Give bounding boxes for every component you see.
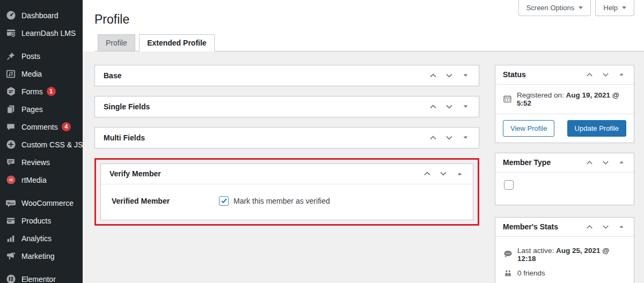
reviews-bubble-icon	[5, 157, 16, 168]
sidebar-item-comments[interactable]: Comments 4	[0, 118, 83, 136]
learndash-icon	[5, 28, 16, 39]
sidebar-item-label: Comments	[21, 123, 58, 131]
toggle-panel-button[interactable]	[458, 100, 472, 114]
sidebar-item-label: Elementor	[21, 275, 56, 283]
chat-bubble-icon	[503, 249, 513, 259]
tab-extended-profile[interactable]: Extended Profile	[139, 34, 214, 51]
move-up-button[interactable]	[426, 100, 440, 114]
panel-verify-member-header[interactable]: Verify Member	[101, 164, 473, 184]
forms-icon	[5, 86, 16, 97]
last-active-row: Last active: Aug 25, 2021 @ 12:18	[503, 243, 626, 266]
megaphone-icon	[5, 251, 16, 262]
panel-member-stats-header[interactable]: Member's Stats	[495, 218, 634, 237]
panel-title: Verify Member	[109, 169, 161, 178]
panel-multi-fields: Multi Fields	[94, 127, 479, 148]
toggle-panel-button[interactable]	[614, 220, 628, 234]
panel-controls	[426, 69, 472, 83]
registered-text: Registered on: Aug 19, 2021 @ 5:52	[517, 91, 626, 107]
sidebar-item-label: Pages	[21, 106, 43, 113]
member-type-body	[495, 173, 634, 205]
chevron-down-icon	[579, 6, 583, 9]
sidebar-item-media[interactable]: Media	[0, 65, 83, 83]
panel-single-fields: Single Fields	[94, 96, 479, 117]
sidebar-item-label: Forms	[21, 88, 43, 95]
dashboard-icon	[5, 10, 16, 21]
sidebar-item-custom-css-js[interactable]: Custom CSS & JS	[0, 136, 83, 153]
sidebar-item-label: Analytics	[21, 235, 52, 242]
sidebar-item-reviews[interactable]: Reviews	[0, 153, 83, 171]
toggle-panel-button[interactable]	[458, 131, 472, 145]
plus-circle-icon	[5, 139, 16, 150]
move-down-button[interactable]	[436, 167, 450, 181]
verified-checkbox-label: Mark this member as verified	[233, 197, 330, 205]
sidebar-item-pages[interactable]: Pages	[0, 100, 83, 118]
wordpress-admin-page: Dashboard LearnDash LMS Posts Media	[0, 0, 644, 283]
sidebar-item-label: Reviews	[21, 159, 50, 166]
friends-icon	[503, 269, 513, 277]
panel-member-type-header[interactable]: Member Type	[495, 153, 634, 173]
move-down-button[interactable]	[442, 131, 456, 145]
sidebar-item-woocommerce[interactable]: Woo WooCommerce	[0, 194, 83, 212]
panel-controls	[582, 155, 628, 169]
move-up-button[interactable]	[426, 131, 440, 145]
panel-base-header[interactable]: Base	[95, 65, 479, 86]
sidebar-item-label: rtMedia	[21, 176, 47, 184]
sidebar-item-analytics[interactable]: Analytics	[0, 229, 83, 247]
body-area: Base Single Fields	[83, 51, 644, 283]
sidebar-item-learndash[interactable]: LearnDash LMS	[0, 24, 83, 42]
verified-checkbox-wrap: Mark this member as verified	[219, 196, 330, 206]
move-up-button[interactable]	[582, 220, 596, 234]
toggle-panel-button[interactable]	[458, 69, 472, 83]
svg-text:Woo: Woo	[8, 201, 14, 204]
sidebar-item-rtmedia[interactable]: rt rtMedia	[0, 171, 83, 189]
toggle-panel-button[interactable]	[614, 155, 628, 169]
sidebar-item-dashboard[interactable]: Dashboard	[0, 6, 83, 24]
help-button[interactable]: Help	[595, 0, 634, 16]
chevron-down-icon	[622, 6, 626, 9]
last-active-text: Last active: Aug 25, 2021 @ 12:18	[517, 247, 626, 263]
update-profile-button[interactable]: Update Profile	[567, 120, 626, 137]
panel-status: Status Registered on: Aug 19, 2021 @ 5:5…	[495, 65, 634, 143]
move-up-button[interactable]	[420, 167, 434, 181]
status-footer: View Profile Update Profile	[495, 114, 634, 143]
sidebar-item-products[interactable]: Products	[0, 212, 83, 229]
verified-checkbox[interactable]	[219, 196, 229, 206]
panel-verify-member: Verify Member Verified Member	[100, 163, 473, 220]
move-down-button[interactable]	[598, 68, 612, 81]
panel-title: Base	[104, 71, 121, 80]
panel-controls	[420, 167, 466, 181]
panel-member-stats: Member's Stats Last active: Aug 2	[495, 217, 634, 283]
move-up-button[interactable]	[582, 155, 596, 169]
tab-profile[interactable]: Profile	[98, 34, 135, 51]
screen-options-button[interactable]: Screen Options	[518, 0, 591, 16]
sidebar-item-label: Marketing	[21, 252, 54, 260]
panel-multi-fields-header[interactable]: Multi Fields	[95, 128, 479, 148]
panel-status-header[interactable]: Status	[495, 65, 634, 85]
view-profile-button[interactable]: View Profile	[503, 120, 554, 137]
panel-title: Member Type	[503, 158, 551, 167]
forms-count-badge: 1	[47, 87, 56, 96]
toggle-panel-button[interactable]	[452, 167, 466, 181]
toggle-panel-button[interactable]	[614, 68, 628, 81]
move-up-button[interactable]	[582, 68, 596, 81]
main-column: Base Single Fields	[94, 65, 479, 235]
sidebar-item-elementor[interactable]: Elementor	[0, 270, 83, 283]
move-down-button[interactable]	[442, 69, 456, 83]
panel-single-fields-header[interactable]: Single Fields	[95, 96, 479, 117]
friends-row: 0 friends	[503, 266, 626, 280]
move-down-button[interactable]	[598, 155, 612, 169]
admin-content: Screen Options Help Profile Profile Exte…	[83, 0, 644, 283]
sidebar-item-label: Dashboard	[21, 12, 58, 19]
panel-controls	[582, 68, 628, 81]
elementor-icon	[5, 274, 16, 283]
panel-controls	[426, 131, 472, 145]
move-down-button[interactable]	[442, 100, 456, 114]
move-up-button[interactable]	[426, 69, 440, 83]
move-down-button[interactable]	[598, 220, 612, 234]
sidebar-item-marketing[interactable]: Marketing	[0, 247, 83, 265]
calendar-icon	[503, 94, 512, 103]
sidebar-item-forms[interactable]: Forms 1	[0, 83, 83, 100]
sidebar-item-posts[interactable]: Posts	[0, 47, 83, 65]
member-type-checkbox[interactable]	[504, 180, 514, 190]
right-column: Status Registered on: Aug 19, 2021 @ 5:5…	[495, 65, 634, 283]
